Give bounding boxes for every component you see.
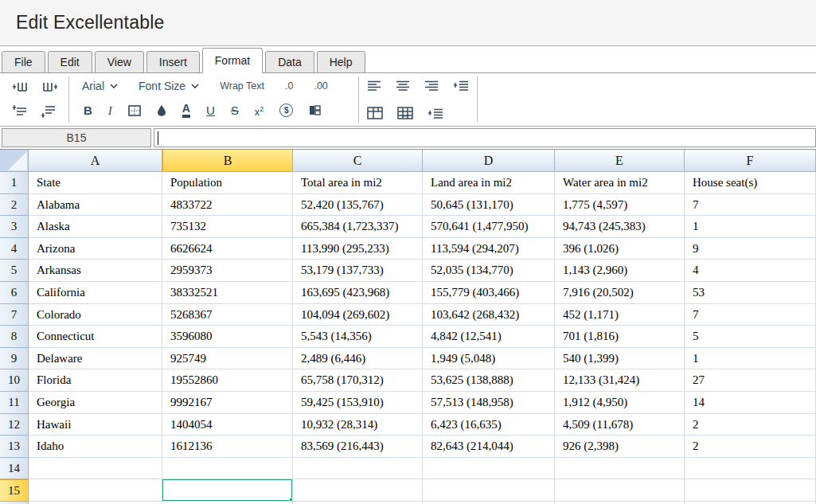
- cell-E10[interactable]: 12,133 (31,424): [555, 369, 685, 392]
- cell-C7[interactable]: 104,094 (269,602): [293, 304, 423, 326]
- cell-E5[interactable]: 1,143 (2,960): [555, 260, 685, 282]
- insert-row-below-icon[interactable]: [41, 104, 58, 119]
- cell-E11[interactable]: 1,912 (4,950): [555, 392, 685, 414]
- cell-A9[interactable]: Delaware: [29, 348, 162, 370]
- column-header-E[interactable]: E: [555, 150, 685, 172]
- cell-A4[interactable]: Arizona: [29, 238, 162, 260]
- tab-data[interactable]: Data: [265, 51, 314, 73]
- wrap-text-button[interactable]: Wrap Text: [220, 80, 264, 92]
- cell-D9[interactable]: 1,949 (5,048): [423, 348, 555, 370]
- column-header-C[interactable]: C: [293, 150, 423, 172]
- tab-edit[interactable]: Edit: [48, 51, 92, 73]
- cell-B10[interactable]: 19552860: [162, 369, 293, 392]
- cell-B5[interactable]: 2959373: [162, 260, 293, 282]
- row-header-12[interactable]: 12: [0, 414, 29, 436]
- cell-D3[interactable]: 570,641 (1,477,950): [423, 216, 555, 238]
- insert-row-above-icon[interactable]: [12, 104, 29, 119]
- indent-decrease-icon[interactable]: [428, 107, 443, 119]
- cell-A3[interactable]: Alaska: [29, 216, 162, 238]
- cell-D7[interactable]: 103,642 (268,432): [423, 304, 555, 326]
- cell-B14[interactable]: [162, 458, 293, 480]
- cell-B7[interactable]: 5268367: [162, 304, 293, 326]
- cell-F14[interactable]: [685, 458, 816, 480]
- cell-D4[interactable]: 113,594 (294,207): [423, 238, 555, 260]
- cell-E14[interactable]: [555, 458, 685, 480]
- insert-column-left-icon[interactable]: [12, 80, 29, 95]
- tab-format[interactable]: Format: [202, 48, 263, 73]
- row-header-11[interactable]: 11: [0, 392, 29, 414]
- strikethrough-button[interactable]: S: [231, 104, 239, 118]
- cell-C1[interactable]: Total area in mi2: [293, 172, 423, 194]
- currency-icon[interactable]: $: [279, 104, 293, 117]
- cell-E4[interactable]: 396 (1,026): [555, 238, 685, 260]
- cell-C5[interactable]: 53,179 (137,733): [293, 260, 423, 282]
- cell-D2[interactable]: 50,645 (131,170): [423, 194, 555, 217]
- cell-F3[interactable]: 1: [685, 216, 816, 238]
- cell-B9[interactable]: 925749: [162, 348, 293, 370]
- cell-C2[interactable]: 52,420 (135,767): [293, 194, 423, 217]
- row-header-9[interactable]: 9: [0, 348, 29, 370]
- cell-B15[interactable]: [162, 479, 293, 502]
- cell-C12[interactable]: 10,932 (28,314): [293, 414, 423, 436]
- cell-F1[interactable]: House seat(s): [685, 172, 816, 194]
- cell-D14[interactable]: [423, 458, 555, 480]
- cell-A14[interactable]: [29, 458, 162, 480]
- cell-F2[interactable]: 7: [685, 194, 816, 217]
- cell-C6[interactable]: 163,695 (423,968): [293, 282, 423, 304]
- cell-B1[interactable]: Population: [162, 172, 293, 194]
- row-header-14[interactable]: 14: [0, 458, 29, 480]
- cell-A10[interactable]: Florida: [29, 369, 162, 392]
- tab-file[interactable]: File: [2, 51, 45, 73]
- cell-C4[interactable]: 113,990 (295,233): [293, 238, 423, 260]
- font-family-dropdown[interactable]: Arial: [82, 80, 118, 92]
- cell-E1[interactable]: Water area in mi2: [555, 172, 685, 194]
- insert-column-right-icon[interactable]: [41, 80, 58, 95]
- cell-F13[interactable]: 2: [685, 436, 816, 458]
- cell-C9[interactable]: 2,489 (6,446): [293, 348, 423, 370]
- cell-A13[interactable]: Idaho: [29, 436, 162, 458]
- cell-E6[interactable]: 7,916 (20,502): [555, 282, 685, 304]
- align-right-icon[interactable]: [424, 80, 439, 91]
- cell-D1[interactable]: Land area in mi2: [423, 172, 555, 194]
- align-center-icon[interactable]: [396, 80, 410, 91]
- cell-D12[interactable]: 6,423 (16,635): [423, 414, 555, 436]
- row-header-3[interactable]: 3: [0, 216, 29, 238]
- cell-A15[interactable]: [29, 479, 162, 502]
- underline-button[interactable]: U: [206, 104, 215, 118]
- indent-increase-icon[interactable]: [453, 80, 469, 91]
- cell-reference-box[interactable]: B15: [2, 128, 151, 147]
- cell-F6[interactable]: 53: [685, 282, 816, 304]
- cell-format-icon[interactable]: [309, 105, 321, 115]
- cell-B4[interactable]: 6626624: [162, 238, 293, 260]
- cell-A2[interactable]: Alabama: [29, 194, 162, 217]
- cell-E12[interactable]: 4,509 (11,678): [555, 414, 685, 436]
- cell-C11[interactable]: 59,425 (153,910): [293, 392, 423, 414]
- cell-A1[interactable]: State: [29, 172, 162, 194]
- cell-A11[interactable]: Georgia: [29, 392, 162, 414]
- italic-button[interactable]: I: [108, 104, 112, 118]
- cell-A7[interactable]: Colorado: [29, 304, 162, 326]
- cell-D13[interactable]: 82,643 (214,044): [423, 436, 555, 458]
- row-header-4[interactable]: 4: [0, 238, 29, 260]
- cell-C3[interactable]: 665,384 (1,723,337): [293, 216, 423, 238]
- column-header-A[interactable]: A: [29, 150, 162, 172]
- cell-C15[interactable]: [293, 479, 423, 502]
- formula-input[interactable]: [154, 128, 816, 147]
- cell-F4[interactable]: 9: [685, 238, 816, 260]
- text-color-button[interactable]: A: [182, 104, 190, 118]
- cell-C10[interactable]: 65,758 (170,312): [293, 369, 423, 392]
- cell-A5[interactable]: Arkansas: [29, 260, 162, 282]
- cell-F7[interactable]: 7: [685, 304, 816, 326]
- unmerge-cells-icon[interactable]: [397, 107, 413, 119]
- merge-cells-icon[interactable]: [367, 107, 383, 119]
- cell-F5[interactable]: 4: [685, 260, 816, 282]
- row-header-2[interactable]: 2: [0, 194, 29, 217]
- cell-E15[interactable]: [555, 479, 685, 502]
- fill-color-icon[interactable]: [157, 104, 166, 116]
- cell-B8[interactable]: 3596080: [162, 326, 293, 348]
- cell-E7[interactable]: 452 (1,171): [555, 304, 685, 326]
- cell-F9[interactable]: 1: [685, 348, 816, 370]
- cell-E3[interactable]: 94,743 (245,383): [555, 216, 685, 238]
- cell-B12[interactable]: 1404054: [162, 414, 293, 436]
- select-all-corner[interactable]: [0, 150, 29, 172]
